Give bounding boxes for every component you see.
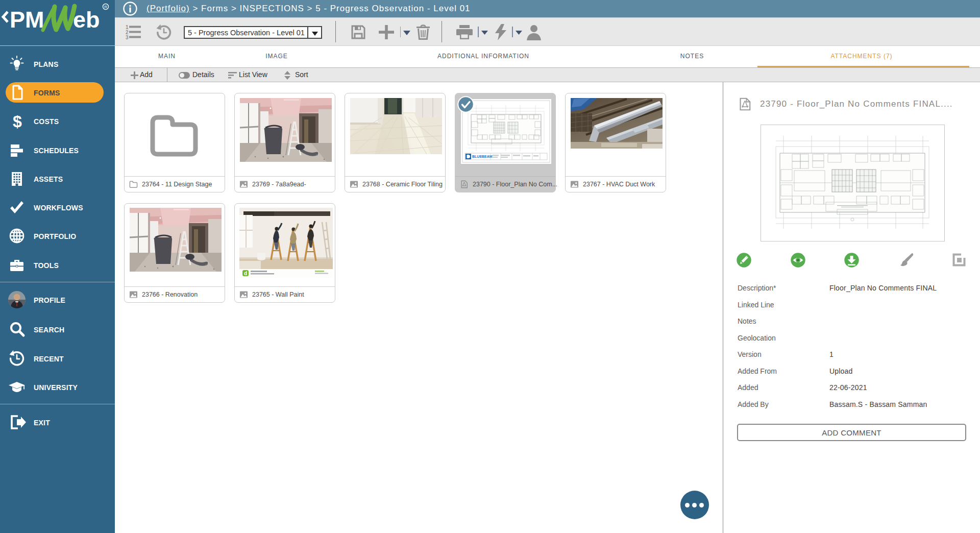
svg-text:PM: PM (10, 7, 44, 33)
svg-text:eb: eb (73, 7, 100, 33)
svg-text:R: R (104, 5, 107, 9)
svg-text:$: $ (13, 112, 22, 130)
svg-text:3: 3 (126, 35, 129, 40)
svg-text:d: d (244, 271, 247, 276)
svg-text:BLUEBEAM: BLUEBEAM (472, 155, 493, 158)
